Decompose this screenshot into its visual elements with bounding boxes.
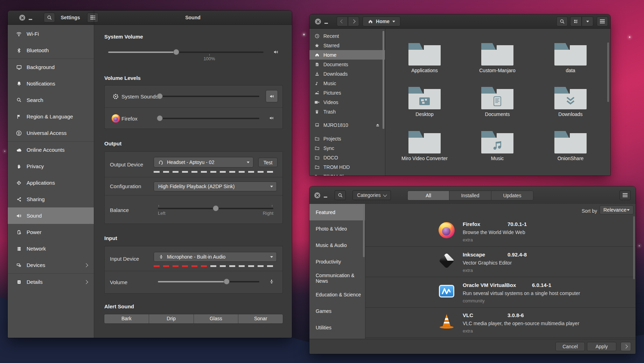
sidebar-item-projects[interactable]: Projects	[309, 134, 385, 143]
system-volume-slider[interactable]	[108, 52, 264, 53]
input-device-dropdown[interactable]: Microphone - Built-in Audio	[154, 252, 277, 262]
tab-updates[interactable]: Updates	[491, 191, 533, 200]
folder-label[interactable]: data	[539, 68, 602, 73]
sidebar-item-background[interactable]: Background	[8, 59, 94, 75]
folder-applications[interactable]	[408, 43, 441, 66]
sidebar-item-region-language[interactable]: Region & Language	[8, 108, 94, 125]
sidebar-item-videos[interactable]: Videos	[309, 97, 385, 107]
sort-dropdown[interactable]: Relevance	[600, 205, 634, 214]
sidebar-item-trash[interactable]: Trash	[309, 107, 385, 116]
cancel-button[interactable]: Cancel	[555, 342, 585, 351]
input-volume-slider[interactable]	[158, 281, 259, 282]
folder-label[interactable]: Music	[466, 156, 529, 161]
system-sounds-slider-handle[interactable]	[157, 93, 163, 99]
category-education-science[interactable]: Education & Science	[309, 286, 365, 303]
sidebar-item-sync[interactable]: Sync	[309, 143, 385, 153]
package-row-inkscape[interactable]: Inkscape 0.92.4-8 Vector Graphics Editor…	[365, 247, 636, 277]
forward-button[interactable]	[348, 16, 359, 26]
sidebar-item-pictures[interactable]: Pictures	[309, 88, 385, 97]
folder-custom-manjaro[interactable]	[481, 43, 513, 66]
sidebar-item-home[interactable]: Home	[309, 50, 385, 60]
category-communication-news[interactable]: Communication & News	[309, 270, 365, 286]
category-music-audio[interactable]: Music & Audio	[309, 237, 365, 253]
minimize-button[interactable]	[324, 23, 328, 24]
alert-sound-option-bark[interactable]: Bark	[104, 314, 149, 323]
sidebar-item-wifi[interactable]: Wi-Fi	[8, 26, 94, 42]
view-options-button[interactable]	[582, 16, 593, 26]
menu-button[interactable]	[597, 16, 608, 26]
system-sounds-mute-button[interactable]	[266, 90, 278, 102]
category-productivity[interactable]: Productivity	[309, 253, 365, 270]
sidebar-item-downloads[interactable]: Downloads	[309, 69, 385, 78]
view-mode-button[interactable]	[570, 16, 582, 26]
folder-onionshare[interactable]	[554, 131, 587, 153]
close-button[interactable]	[19, 15, 25, 21]
sidebar-item-starred[interactable]: Starred	[309, 41, 385, 50]
firefox-volume-slider[interactable]	[160, 118, 259, 119]
close-button[interactable]	[314, 192, 320, 198]
alert-sound-option-sonar[interactable]: Sonar	[238, 314, 283, 323]
sidebar-item-details[interactable]: Details	[8, 274, 94, 290]
content-scrollbar[interactable]	[607, 42, 609, 102]
category-photo-video[interactable]: Photo & Video	[309, 220, 365, 237]
search-button[interactable]	[556, 16, 568, 26]
sidebar-item-devices[interactable]: Devices	[8, 257, 94, 273]
system-sounds-slider[interactable]	[160, 96, 259, 97]
list-scrollbar[interactable]	[633, 216, 635, 279]
next-page-button[interactable]	[621, 342, 631, 351]
package-row-vlc[interactable]: VLC 3.0.8-6 VLC media player, the open-s…	[365, 307, 636, 338]
minimize-button[interactable]	[29, 19, 32, 20]
sidebar-item-bluetooth[interactable]: Bluetooth	[8, 42, 94, 59]
sidebar-item-sound[interactable]: Sound	[8, 207, 94, 224]
location-button[interactable]: Home	[363, 16, 400, 26]
eject-button[interactable]	[375, 123, 380, 127]
folder-miro-video-converter[interactable]	[408, 131, 441, 153]
sidebar-item-trom-hdd[interactable]: TROM HDD	[309, 162, 385, 172]
sidebar-item-mjro1810[interactable]: MJRO1810	[309, 120, 385, 130]
input-volume-slider-handle[interactable]	[224, 279, 230, 285]
folder-label[interactable]: Desktop	[393, 111, 456, 117]
tab-installed[interactable]: Installed	[449, 191, 491, 200]
folder-documents[interactable]	[481, 87, 513, 109]
category-utilities[interactable]: Utilities	[309, 319, 365, 336]
system-volume-slider-handle[interactable]	[173, 49, 179, 55]
category-featured[interactable]: Featured	[309, 204, 365, 220]
minimize-button[interactable]	[324, 197, 327, 198]
sidebar-item-network[interactable]: Network	[8, 240, 94, 257]
sidebar-scrollbar[interactable]	[383, 31, 384, 129]
folder-label[interactable]: Miro Video Converter	[393, 156, 456, 161]
folder-data[interactable]	[554, 43, 587, 66]
output-device-dropdown[interactable]: Headset - Aptoyu - 02	[154, 157, 253, 167]
balance-slider-handle[interactable]	[213, 205, 219, 211]
sidebar-item-documents[interactable]: Documents	[309, 60, 385, 69]
folder-label[interactable]: Applications	[393, 68, 456, 73]
sidebar-item-recent[interactable]: Recent	[309, 31, 385, 41]
folder-desktop[interactable]	[408, 87, 441, 109]
menu-button[interactable]	[620, 190, 631, 200]
sidebar-item-sharing[interactable]: Sharing	[8, 191, 94, 207]
folder-label[interactable]: Downloads	[539, 111, 602, 117]
close-button[interactable]	[315, 19, 321, 25]
sidebar-item-privacy[interactable]: Privacy	[8, 158, 94, 174]
firefox-volume-slider-handle[interactable]	[157, 115, 163, 121]
categories-button[interactable]: Categories	[352, 190, 391, 200]
folder-downloads[interactable]	[554, 87, 587, 109]
sidebar-item-online-accounts[interactable]: Online Accounts	[8, 142, 94, 158]
package-row-firefox[interactable]: Firefox 70.0.1-1 Browse the World Wide W…	[365, 216, 636, 247]
folder-label[interactable]: Documents	[466, 111, 529, 117]
sidebar-item-trom-share[interactable]: TROM Share	[309, 172, 385, 176]
folder-label[interactable]: OnionShare	[539, 156, 602, 161]
sidebar-item-notifications[interactable]: Notifications	[8, 75, 94, 92]
sidebar-item-doco[interactable]: DOCO	[309, 153, 385, 162]
sidebar-item-music[interactable]: Music	[309, 78, 385, 88]
back-button[interactable]	[337, 16, 348, 26]
folder-label[interactable]: Custom-Manjaro	[466, 68, 529, 73]
alert-sound-option-glass[interactable]: Glass	[194, 314, 239, 323]
sidebar-item-universal-access[interactable]: Universal Access	[8, 125, 94, 141]
tab-all[interactable]: All	[407, 191, 449, 200]
package-row-virtualbox[interactable]: Oracle VM VirtualBox 6.0.14-1 Run severa…	[365, 277, 636, 308]
folder-music[interactable]	[481, 131, 513, 153]
alert-sound-option-drip[interactable]: Drip	[149, 314, 194, 323]
search-button[interactable]	[44, 13, 55, 22]
sidebar-item-applications[interactable]: Applications	[8, 174, 94, 191]
